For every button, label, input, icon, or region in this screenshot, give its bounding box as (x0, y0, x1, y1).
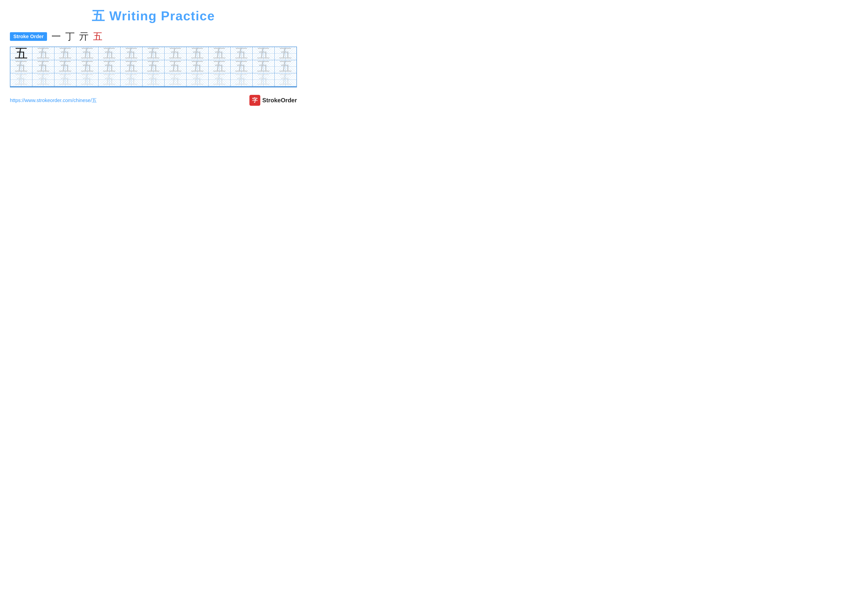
stroke-step-2: 丁 (65, 32, 75, 41)
cell-character: 五 (186, 73, 208, 86)
grid-cell (32, 87, 54, 87)
grid-cell: 五 (54, 73, 76, 86)
cell-character: 五 (186, 47, 208, 60)
cell-character: 五 (253, 47, 274, 60)
grid-cell: 五 (209, 60, 231, 73)
cell-character: 五 (98, 47, 120, 60)
cell-character: 五 (143, 73, 164, 86)
cell-character: 五 (54, 47, 76, 60)
grid-cell (253, 87, 274, 87)
grid-cell: 五 (164, 60, 186, 73)
cell-character: 五 (253, 73, 274, 86)
grid-cell (274, 87, 297, 87)
grid-cell (142, 87, 164, 87)
grid-cell (164, 87, 186, 87)
stroke-step-4: 五 (93, 32, 102, 41)
cell-character: 五 (76, 60, 98, 73)
cell-character: 五 (186, 60, 208, 73)
footer-logo: 字 StrokeOrder (250, 95, 297, 106)
grid-cell: 五 (98, 73, 120, 86)
grid-cell: 五 (120, 47, 142, 60)
grid-cell: 五 (274, 73, 297, 86)
grid-cell: 五 (164, 47, 186, 60)
grid-cell: 五 (253, 47, 274, 60)
cell-character: 五 (33, 73, 54, 86)
grid-cell: 五 (54, 47, 76, 60)
footer-url: https://www.strokeorder.com/chinese/五 (10, 97, 97, 104)
grid-cell: 五 (142, 73, 164, 86)
stroke-step-3: 亓 (79, 32, 88, 41)
grid-cell: 五 (231, 47, 253, 60)
cell-character: 五 (231, 73, 253, 86)
grid-cell: 五 (120, 73, 142, 86)
grid-cell (98, 87, 120, 87)
grid-cell: 五 (54, 60, 76, 73)
grid-cell: 五 (142, 47, 164, 60)
cell-character: 五 (231, 60, 253, 73)
grid-cell (231, 87, 253, 87)
cell-character: 五 (10, 73, 32, 86)
cell-character: 五 (231, 47, 253, 60)
cell-character: 五 (164, 73, 186, 86)
cell-character: 五 (54, 60, 76, 73)
table-row: 五五五五五五五五五五五五五 (10, 73, 297, 86)
grid-cell: 五 (274, 60, 297, 73)
cell-character: 五 (98, 60, 120, 73)
cell-character: 五 (76, 47, 98, 60)
cell-character: 五 (209, 60, 230, 73)
cell-character: 五 (76, 73, 98, 86)
cell-character: 五 (143, 47, 164, 60)
cell-character: 五 (274, 73, 296, 86)
cell-character: 五 (274, 60, 296, 73)
grid-cell: 五 (10, 60, 32, 73)
grid-cell: 五 (231, 73, 253, 86)
table-row: 五五五五五五五五五五五五五 (10, 47, 297, 60)
cell-character: 五 (209, 47, 230, 60)
grid-cell: 五 (76, 73, 98, 86)
grid-cell (186, 87, 209, 87)
cell-character: 五 (274, 47, 296, 60)
grid-cell (209, 87, 231, 87)
grid-cell: 五 (142, 60, 164, 73)
stroke-order-badge: Stroke Order (10, 32, 47, 41)
logo-name: StrokeOrder (262, 97, 297, 104)
grid-cell: 五 (98, 60, 120, 73)
grid-cell: 五 (231, 60, 253, 73)
cell-character: 五 (143, 60, 164, 73)
table-row (10, 87, 297, 87)
cell-character: 五 (98, 73, 120, 86)
grid-cell: 五 (32, 47, 54, 60)
cell-character: 五 (121, 47, 142, 60)
grid-cell: 五 (186, 60, 209, 73)
grid-cell: 五 (76, 60, 98, 73)
grid-cell (120, 87, 142, 87)
grid-cell (76, 87, 98, 87)
footer: https://www.strokeorder.com/chinese/五 字 … (10, 95, 297, 106)
grid-cell (10, 87, 32, 87)
cell-character: 五 (164, 60, 186, 73)
grid-cell: 五 (164, 73, 186, 86)
cell-character: 五 (253, 60, 274, 73)
grid-cell (54, 87, 76, 87)
page-title: 五 Writing Practice (10, 8, 297, 25)
grid-cell: 五 (274, 47, 297, 60)
stroke-step-1: 一 (51, 32, 61, 41)
grid-cell: 五 (32, 73, 54, 86)
cell-character: 五 (121, 73, 142, 86)
grid-cell: 五 (253, 73, 274, 86)
cell-character: 五 (10, 60, 32, 73)
logo-icon: 字 (250, 95, 260, 106)
grid-cell: 五 (10, 47, 32, 60)
grid-cell: 五 (209, 73, 231, 86)
cell-character: 五 (10, 47, 32, 60)
grid-cell: 五 (209, 47, 231, 60)
cell-character: 五 (209, 73, 230, 86)
grid-cell: 五 (186, 73, 209, 86)
cell-character: 五 (164, 47, 186, 60)
stroke-order-row: Stroke Order 一 丁 亓 五 (10, 32, 297, 41)
grid-cell: 五 (120, 60, 142, 73)
cell-character: 五 (121, 60, 142, 73)
cell-character: 五 (54, 73, 76, 86)
grid-cell: 五 (10, 73, 32, 86)
table-row: 五五五五五五五五五五五五五 (10, 60, 297, 73)
